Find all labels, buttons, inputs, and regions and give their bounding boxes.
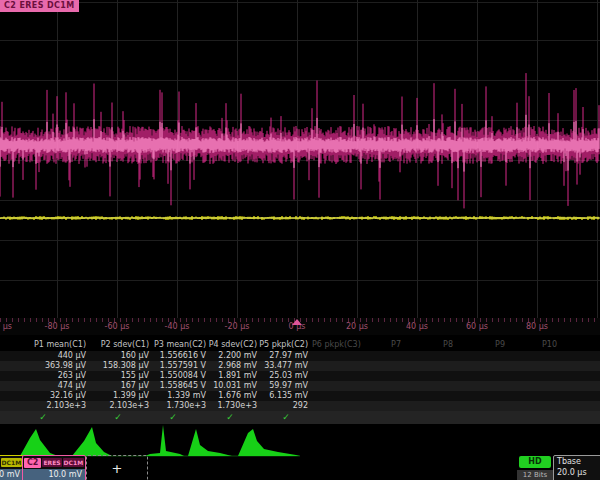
measurement-value: 440 µV xyxy=(14,351,86,361)
axis-tick-label: 80 µs xyxy=(526,322,548,331)
c2-coupling-badge: DC1M xyxy=(63,458,85,467)
axis-tick-label: 20 µs xyxy=(346,322,368,331)
c2-eres-badge: ERES xyxy=(42,458,61,467)
c2-noise-trace xyxy=(0,73,599,208)
measurement-column-header[interactable]: P5 pkpk(C2) xyxy=(236,340,308,350)
timebase-descriptor-box[interactable]: Tbase 20.0 µs xyxy=(553,455,600,480)
measurement-value: 474 µV xyxy=(14,381,86,391)
measurement-value: 32.16 µV xyxy=(14,391,86,401)
c1-vertical-scale: 10.0 mV xyxy=(0,469,23,480)
measurement-value: 263 µV xyxy=(14,371,86,381)
c2-descriptor-box[interactable]: C2 ERES DC1M 10.0 mV xyxy=(22,455,86,480)
axis-tick-label: -40 µs xyxy=(165,322,190,331)
measurement-value: 25.03 mV xyxy=(236,371,308,381)
axis-tick-label: 40 µs xyxy=(406,322,428,331)
measurement-value: 33.477 mV xyxy=(236,361,308,371)
hd-bits-label: 12 Bits xyxy=(517,470,553,480)
c1-coupling-badge: DC1M xyxy=(1,458,23,467)
measurement-value: 363.98 µV xyxy=(14,361,86,371)
measurement-column-header[interactable]: P1 mean(C1) xyxy=(14,340,86,350)
axis-tick-label: -80 µs xyxy=(45,322,70,331)
histicon-p4 xyxy=(188,429,232,456)
measurement-value: 27.97 mV xyxy=(236,351,308,361)
waveform-traces xyxy=(0,0,600,318)
measurement-value: 59.97 mV xyxy=(236,381,308,391)
trigger-position-marker[interactable] xyxy=(292,319,302,325)
c2-vertical-scale: 10.0 mV xyxy=(23,469,85,480)
measurement-column-header-disabled[interactable]: P7 xyxy=(359,340,401,350)
hd-mode-badge[interactable]: HD xyxy=(519,456,551,468)
histicon-p2 xyxy=(72,427,112,456)
histicon-p1 xyxy=(20,429,58,456)
histicon-p5 xyxy=(238,429,300,456)
waveform-grid: C2 ERES DC1M xyxy=(0,0,600,318)
axis-tick-label: -60 µs xyxy=(105,322,130,331)
measurement-column-header-disabled[interactable]: P9 xyxy=(463,340,505,350)
c1-flat-trace xyxy=(0,216,600,220)
measurement-column-header-disabled[interactable]: P10 xyxy=(515,340,557,350)
measurement-histicons xyxy=(0,423,310,459)
measurement-value: 6.135 mV xyxy=(236,391,308,401)
plus-icon: + xyxy=(112,461,123,476)
channel-annotation-badge: C2 ERES DC1M xyxy=(0,0,79,12)
c1-descriptor-box[interactable]: C1 ERES DC1M 10.0 mV xyxy=(0,455,24,480)
tbase-value: 20.0 µs xyxy=(557,468,587,477)
measurement-value: 2.103e+3 xyxy=(14,401,86,411)
add-trace-button[interactable]: + xyxy=(86,455,148,480)
axis-tick-label: -20 µs xyxy=(225,322,250,331)
measurement-column-header-disabled[interactable]: P8 xyxy=(411,340,453,350)
histicon-p3 xyxy=(145,425,184,456)
c2-channel-label: C2 xyxy=(24,458,41,468)
axis-tick-label: 60 µs xyxy=(466,322,488,331)
oscilloscope-screen: C2 ERES DC1M -100 µs-80 µs-60 µs-40 µs-2… xyxy=(0,0,600,480)
measurement-column-header-disabled[interactable]: P6 pkpk(C3) xyxy=(312,340,354,350)
axis-tick-label: -100 µs xyxy=(0,322,12,331)
measurement-value: 292 xyxy=(236,401,308,411)
tbase-label: Tbase xyxy=(557,457,581,466)
